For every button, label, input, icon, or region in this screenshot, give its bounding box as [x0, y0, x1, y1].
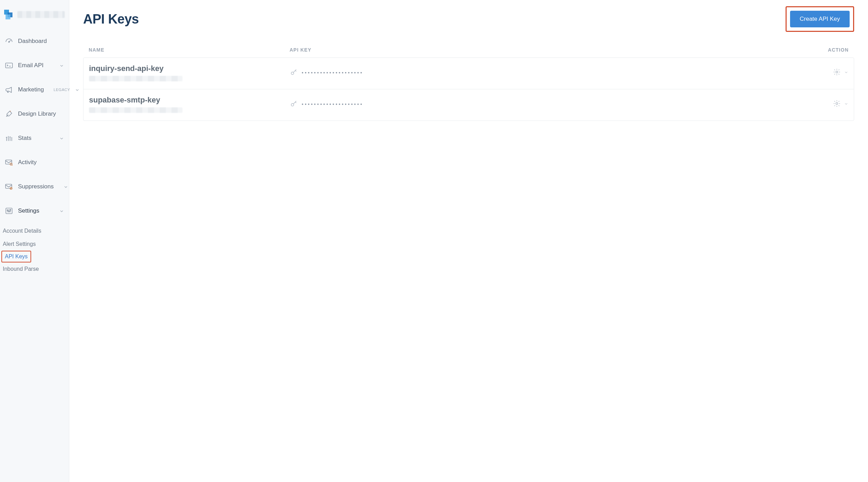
svg-rect-1	[6, 63, 12, 68]
sidebar-item-marketing[interactable]: Marketing LEGACY	[0, 78, 69, 102]
logo-icon	[4, 10, 14, 19]
svg-point-13	[836, 71, 838, 73]
key-icon	[290, 68, 298, 77]
create-button-highlight: Create API Key	[786, 6, 854, 32]
create-api-key-button[interactable]: Create API Key	[790, 11, 850, 27]
chevron-down-icon[interactable]	[844, 70, 848, 76]
gauge-icon	[5, 37, 13, 45]
page-header: API Keys Create API Key	[83, 6, 854, 42]
api-key-id-redacted	[89, 76, 183, 81]
svg-point-12	[291, 72, 294, 74]
chevron-down-icon	[59, 63, 64, 68]
table-header: NAME API KEY ACTION	[83, 42, 854, 57]
chevron-down-icon	[63, 184, 68, 189]
sidebar-subitem-api-keys[interactable]: API Keys	[1, 251, 31, 262]
svg-rect-6	[6, 184, 12, 188]
sidebar-item-label: Dashboard	[18, 38, 47, 45]
legacy-badge: LEGACY	[54, 87, 70, 92]
sidebar-item-activity[interactable]: Activity	[0, 150, 69, 175]
sidebar-item-label: Settings	[18, 207, 39, 214]
bar-chart-icon	[5, 134, 13, 142]
sidebar: Dashboard Email API Marketing LEGACY	[0, 0, 69, 482]
mail-search-icon	[5, 158, 13, 167]
terminal-icon	[5, 61, 13, 70]
sidebar-subitem-inbound-parse[interactable]: Inbound Parse	[1, 262, 40, 276]
svg-point-15	[836, 102, 838, 105]
chevron-down-icon	[59, 208, 64, 213]
gear-icon[interactable]	[833, 100, 841, 109]
sidebar-item-dashboard[interactable]: Dashboard	[0, 29, 69, 53]
table-row: supabase-smtp-key ••••••••••••••••••••	[83, 89, 854, 120]
table-row: inquiry-send-api-key •••••••••••••••••••…	[83, 58, 854, 89]
column-header-apikey: API KEY	[290, 47, 807, 53]
sidebar-item-suppressions[interactable]: Suppressions	[0, 175, 69, 199]
chevron-down-icon	[59, 136, 64, 141]
brand-name-redacted	[17, 11, 65, 18]
api-key-masked: ••••••••••••••••••••	[302, 101, 363, 107]
sidebar-item-label: Stats	[18, 135, 32, 142]
sidebar-item-settings[interactable]: Settings	[0, 199, 69, 223]
mail-block-icon	[5, 182, 13, 191]
megaphone-icon	[5, 86, 13, 94]
sidebar-item-label: Design Library	[18, 110, 56, 117]
sidebar-item-email-api[interactable]: Email API	[0, 53, 69, 78]
svg-point-2	[6, 137, 7, 138]
api-keys-table: inquiry-send-api-key •••••••••••••••••••…	[83, 57, 854, 121]
sidebar-item-label: Email API	[18, 62, 44, 69]
svg-point-14	[291, 104, 294, 106]
svg-rect-4	[6, 160, 12, 164]
column-header-action: ACTION	[807, 47, 849, 53]
gear-icon[interactable]	[833, 68, 841, 77]
page-title: API Keys	[83, 12, 139, 27]
design-icon	[5, 110, 13, 118]
sidebar-subitem-account-details[interactable]: Account Details	[1, 224, 43, 238]
sidebar-item-stats[interactable]: Stats	[0, 126, 69, 150]
sidebar-subitem-alert-settings[interactable]: Alert Settings	[1, 238, 37, 251]
main-content: API Keys Create API Key NAME API KEY ACT…	[69, 0, 868, 482]
svg-point-3	[10, 137, 10, 137]
brand-logo	[0, 10, 69, 29]
sidebar-item-label: Suppressions	[18, 183, 54, 190]
key-icon	[290, 100, 298, 109]
api-key-id-redacted	[89, 107, 183, 113]
sidebar-item-design-library[interactable]: Design Library	[0, 102, 69, 126]
settings-icon	[5, 207, 13, 215]
api-key-name: inquiry-send-api-key	[89, 64, 290, 73]
api-key-masked: ••••••••••••••••••••	[302, 70, 363, 75]
sidebar-settings-submenu: Account Details Alert Settings API Keys …	[0, 223, 69, 279]
sidebar-item-label: Activity	[18, 159, 37, 166]
api-key-name: supabase-smtp-key	[89, 96, 290, 105]
column-header-name: NAME	[89, 47, 290, 53]
sidebar-nav: Dashboard Email API Marketing LEGACY	[0, 29, 69, 279]
sidebar-item-label: Marketing	[18, 86, 44, 93]
chevron-down-icon[interactable]	[844, 101, 848, 107]
